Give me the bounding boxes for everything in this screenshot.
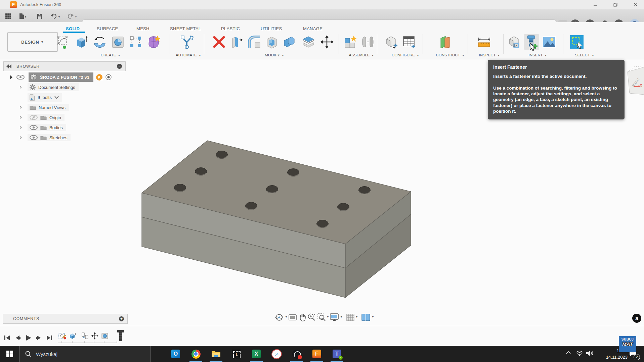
browser-row-document-settings[interactable]: Document Settings (3, 83, 79, 92)
root-component-label: ŚRODA Z FUSION #2 v1 (40, 75, 89, 80)
row-label: Sketches (49, 135, 67, 140)
expander-collapsed-icon[interactable] (19, 136, 22, 139)
orbit-icon[interactable] (275, 313, 284, 322)
fit-caret-icon[interactable]: ▼ (327, 315, 329, 318)
browser-row-bodies[interactable]: Bodies (3, 123, 66, 132)
volume-icon[interactable] (586, 350, 594, 357)
running-indicator (210, 361, 222, 362)
tooltip-body: Use a combination of searching, filterin… (493, 85, 619, 114)
display-settings-icon[interactable] (330, 313, 339, 322)
visibility-eye-icon[interactable] (30, 125, 38, 130)
fit-zoom-window-icon[interactable] (317, 313, 326, 322)
browser-row-origin[interactable]: Origin (3, 113, 65, 122)
timeline-step-forward-button[interactable] (34, 333, 43, 342)
component-cube-icon (30, 73, 37, 81)
row-label: Named Views (39, 105, 66, 110)
timeline-feature-sketch[interactable] (58, 331, 67, 340)
file-explorer-icon (211, 350, 221, 358)
grid-snap-icon[interactable] (346, 313, 355, 322)
wifi-icon[interactable] (576, 350, 583, 356)
taskbar-app-obs[interactable] (290, 349, 303, 359)
running-indicator (250, 361, 263, 362)
grid-caret-icon[interactable]: ▼ (355, 315, 358, 318)
running-indicator-active (310, 361, 323, 362)
timeline-feature-move[interactable] (90, 331, 99, 340)
expander-collapsed-icon[interactable] (19, 116, 22, 119)
add-comment-icon[interactable]: + (119, 316, 124, 321)
timeline-feature-component[interactable] (81, 331, 89, 340)
browser-row-units[interactable]: 9_bolts (3, 93, 62, 102)
expander-collapsed-icon[interactable] (19, 86, 22, 89)
excel-icon: X (252, 350, 261, 358)
timeline-step-back-button[interactable] (13, 333, 22, 342)
running-indicator (189, 361, 202, 362)
look-at-icon[interactable] (288, 313, 297, 322)
folder-icon (40, 115, 47, 120)
taskbar: Wyszukaj O L X ✂ (0, 346, 644, 362)
browser-header[interactable]: BROWSER − (3, 61, 126, 71)
comments-bar[interactable]: COMMENTS + (3, 314, 128, 324)
activate-component-radio-icon[interactable] (105, 74, 112, 81)
timeline-play-button[interactable] (24, 333, 33, 342)
row-chip[interactable]: Sketches (28, 134, 71, 141)
timeline (0, 326, 644, 346)
assistant-glyph: a (635, 315, 638, 321)
taskbar-app-lightshot[interactable]: L (229, 349, 243, 359)
taskbar-app-snipping-tool[interactable]: ✂ (270, 349, 283, 359)
timeline-feature-hole[interactable] (100, 331, 109, 340)
mouse-cursor (529, 43, 536, 52)
expander-collapsed-icon[interactable] (19, 106, 22, 109)
visibility-off-eye-icon[interactable] (30, 115, 38, 120)
taskbar-app-file-explorer[interactable] (209, 349, 223, 359)
browser-row-sketches[interactable]: Sketches (3, 133, 71, 142)
browser-row-named-views[interactable]: Named Views (3, 103, 69, 112)
expander-expanded-icon[interactable] (8, 75, 12, 80)
chrome-icon (191, 350, 201, 359)
zoom-icon[interactable] (307, 313, 316, 322)
taskbar-app-outlook[interactable]: O (169, 349, 182, 359)
row-chip[interactable]: Bodies (28, 124, 66, 131)
browser-collapse-arrows-icon[interactable] (6, 64, 12, 68)
row-chip[interactable]: Origin (28, 114, 65, 121)
taskbar-app-chrome[interactable] (189, 349, 203, 359)
tooltip-insert-fastener: Insert Fastener Inserts a fastener into … (488, 60, 625, 119)
model-viewport[interactable] (0, 0, 644, 346)
timeline-go-to-start-button[interactable] (3, 333, 11, 342)
taskbar-app-teams[interactable]: T ✓ (330, 349, 344, 359)
pan-icon[interactable] (298, 313, 307, 322)
outlook-icon: O (171, 350, 180, 358)
orbit-caret-icon[interactable]: ▼ (285, 315, 288, 318)
visibility-eye-icon[interactable] (16, 75, 25, 80)
row-chip[interactable]: Named Views (28, 104, 69, 111)
fusion-360-window: F Autodesk Fusion 360 ▼ ▼ (0, 0, 644, 362)
gear-icon (30, 84, 36, 90)
taskbar-app-fusion-360[interactable]: F (310, 349, 324, 359)
timeline-feature-extrude[interactable] (68, 331, 77, 340)
taskbar-search[interactable]: Wyszukaj (19, 346, 151, 362)
display-caret-icon[interactable]: ▼ (340, 315, 343, 318)
folder-icon (40, 125, 47, 130)
hub-badge[interactable]: K (96, 74, 102, 81)
viewports-icon[interactable] (361, 313, 370, 322)
browser-header-label: BROWSER (16, 64, 40, 69)
visibility-eye-icon[interactable] (30, 135, 38, 140)
search-placeholder: Wyszukaj (36, 351, 57, 357)
root-component[interactable]: ŚRODA Z FUSION #2 v1 (29, 72, 93, 82)
start-button[interactable] (0, 346, 19, 362)
lightshot-icon: L (232, 350, 241, 358)
tray-chevron-icon[interactable] (566, 351, 571, 355)
viewports-caret-icon[interactable]: ▼ (372, 315, 374, 318)
row-chip[interactable]: Document Settings (28, 83, 79, 91)
chevron-down-icon[interactable] (54, 96, 59, 99)
row-chip[interactable]: 9_bolts (28, 93, 62, 102)
view-cube[interactable]: RIGHT -X (625, 66, 644, 99)
obs-studio-icon (292, 350, 301, 359)
taskbar-app-excel[interactable]: X (250, 349, 263, 359)
browser-minimize-icon[interactable]: − (117, 64, 122, 69)
timeline-go-to-end-button[interactable] (45, 333, 54, 342)
browser-root-row[interactable]: ŚRODA Z FUSION #2 v1 K (3, 72, 112, 82)
expander-collapsed-icon[interactable] (19, 126, 22, 129)
fusion-360-icon: F (312, 350, 321, 358)
teams-icon: T ✓ (333, 350, 341, 358)
assistant-button[interactable]: a (632, 314, 641, 323)
